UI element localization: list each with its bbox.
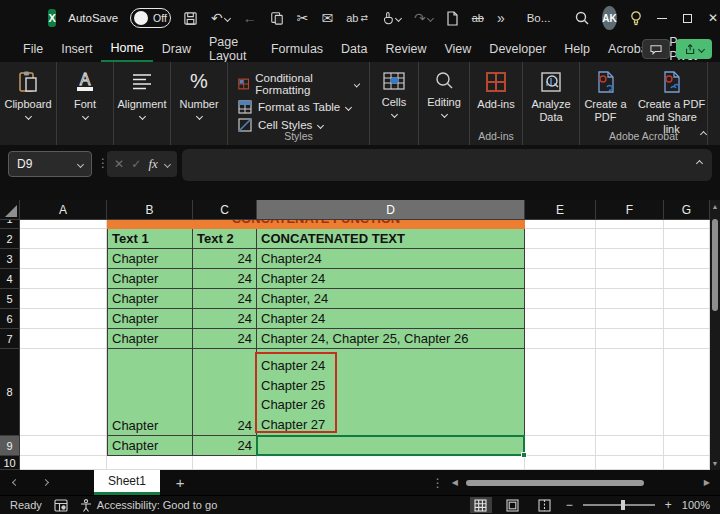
conditional-formatting-button[interactable]: Conditional Formatting	[238, 72, 359, 96]
tab-developer[interactable]: Developer	[480, 36, 555, 62]
cell-g4[interactable]	[664, 269, 710, 289]
column-header-a[interactable]: A	[20, 200, 107, 220]
scroll-up-icon[interactable]: ▲	[712, 200, 719, 213]
zoom-slider[interactable]	[583, 504, 655, 506]
cell-g10[interactable]	[664, 456, 710, 470]
cell-c5[interactable]: 24	[193, 289, 257, 309]
cell-a2[interactable]	[20, 229, 107, 249]
cell-f5[interactable]	[596, 289, 664, 309]
cell-f4[interactable]	[596, 269, 664, 289]
strikethrough-icon[interactable]: ab	[472, 13, 484, 24]
format-as-table-button[interactable]: Format as Table	[238, 100, 359, 114]
create-pdf-share-button[interactable]: Create a PDF and Share link	[637, 70, 707, 136]
cell-a9[interactable]	[20, 436, 107, 456]
cell-c4[interactable]: 24	[193, 269, 257, 289]
cut-icon[interactable]: ✂	[297, 11, 309, 25]
excel-app-icon[interactable]: X	[48, 9, 56, 27]
touch-mode-icon[interactable]	[381, 11, 401, 25]
cell-f8[interactable]	[596, 349, 664, 436]
tab-file[interactable]: File	[14, 36, 52, 62]
cell-f9[interactable]	[596, 436, 664, 456]
sheet-options-icon[interactable]: ⋮	[432, 476, 444, 490]
cell-c8[interactable]: 24	[193, 349, 257, 436]
accessibility-status[interactable]: Accessibility: Good to go	[80, 499, 217, 512]
cell-g7[interactable]	[664, 329, 710, 349]
cell-b9[interactable]: Chapter	[107, 436, 193, 456]
cell-a8[interactable]	[20, 349, 107, 436]
tab-home[interactable]: Home	[101, 36, 152, 62]
cell-d10[interactable]	[257, 456, 525, 470]
cell-e3[interactable]	[525, 249, 596, 269]
cell-b1-d1-banner[interactable]: CONCATENATE FUNCTION	[107, 220, 525, 229]
cell-f7[interactable]	[596, 329, 664, 349]
cell-g9[interactable]	[664, 436, 710, 456]
tab-data[interactable]: Data	[332, 36, 376, 62]
cancel-icon[interactable]: ✕	[114, 157, 124, 171]
cell-g1[interactable]	[664, 220, 710, 229]
row-header-3[interactable]: 3	[0, 249, 20, 269]
cells-button[interactable]: Cells	[370, 70, 418, 117]
cell-f6[interactable]	[596, 309, 664, 329]
cell-c6[interactable]: 24	[193, 309, 257, 329]
comments-button[interactable]	[642, 39, 670, 59]
font-button[interactable]: A Font	[57, 70, 113, 119]
search-icon[interactable]	[574, 10, 590, 26]
cell-g5[interactable]	[664, 289, 710, 309]
zoom-in-button[interactable]: +	[665, 498, 672, 512]
cell-b2[interactable]: Text 1	[107, 229, 193, 249]
chevron-down-icon[interactable]	[395, 14, 402, 21]
undo-button[interactable]: ↶	[211, 11, 230, 25]
normal-view-button[interactable]	[470, 497, 492, 513]
cell-e7[interactable]	[525, 329, 596, 349]
share-button[interactable]	[676, 39, 712, 59]
row-header-5[interactable]: 5	[0, 289, 20, 309]
cell-e4[interactable]	[525, 269, 596, 289]
cell-a1[interactable]	[20, 220, 107, 229]
analyze-data-button[interactable]: Analyze Data	[523, 70, 579, 123]
formula-input[interactable]	[182, 149, 712, 181]
row-header-1[interactable]: 1	[0, 220, 20, 229]
cell-c3[interactable]: 24	[193, 249, 257, 269]
cell-d3[interactable]: Chapter24	[257, 249, 525, 269]
sheet-tab-sheet1[interactable]: Sheet1	[94, 470, 160, 495]
replace-icon[interactable]: ab⇄	[346, 13, 368, 24]
addins-button[interactable]: Add-ins	[470, 70, 522, 110]
column-header-f[interactable]: F	[596, 200, 664, 220]
cell-d6[interactable]: Chapter 24	[257, 309, 525, 329]
zoom-out-button[interactable]: −	[566, 498, 573, 512]
column-header-g[interactable]: G	[664, 200, 710, 220]
save-icon[interactable]	[183, 11, 198, 26]
cell-b6[interactable]: Chapter	[107, 309, 193, 329]
cell-g3[interactable]	[664, 249, 710, 269]
macro-record-icon[interactable]	[54, 499, 68, 512]
vertical-scrollbar[interactable]: ▲ ▼	[710, 200, 720, 470]
horizontal-scrollbar[interactable]	[466, 478, 696, 488]
clipboard-button[interactable]: Clipboard	[0, 70, 56, 119]
cell-b4[interactable]: Chapter	[107, 269, 193, 289]
previous-sheet-button[interactable]	[0, 470, 30, 495]
cell-d4[interactable]: Chapter 24	[257, 269, 525, 289]
create-pdf-button[interactable]: Create a PDF	[581, 70, 631, 123]
row-header-9[interactable]: 9	[0, 436, 20, 456]
cell-e9[interactable]	[525, 436, 596, 456]
number-button[interactable]: % Number	[171, 70, 227, 119]
cell-c2[interactable]: Text 2	[193, 229, 257, 249]
email-icon[interactable]: ✉	[321, 11, 333, 25]
cell-a4[interactable]	[20, 269, 107, 289]
close-button[interactable]: ✕	[706, 0, 720, 36]
tab-view[interactable]: View	[435, 36, 480, 62]
tab-help[interactable]: Help	[555, 36, 599, 62]
cell-b7[interactable]: Chapter	[107, 329, 193, 349]
cell-e2[interactable]	[525, 229, 596, 249]
add-sheet-button[interactable]: +	[160, 470, 200, 495]
maximize-button[interactable]	[681, 0, 695, 36]
page-layout-view-button[interactable]	[502, 497, 524, 513]
vertical-scroll-thumb[interactable]	[712, 219, 718, 311]
next-sheet-button[interactable]	[30, 470, 60, 495]
minimize-button[interactable]	[655, 0, 669, 36]
name-box[interactable]: D9	[8, 151, 92, 177]
cell-e1[interactable]	[525, 220, 596, 229]
tab-insert[interactable]: Insert	[52, 36, 101, 62]
cell-d8[interactable]: Chapter 24 Chapter 25 Chapter 26 Chapter…	[257, 349, 525, 436]
copy-icon[interactable]	[270, 11, 284, 25]
